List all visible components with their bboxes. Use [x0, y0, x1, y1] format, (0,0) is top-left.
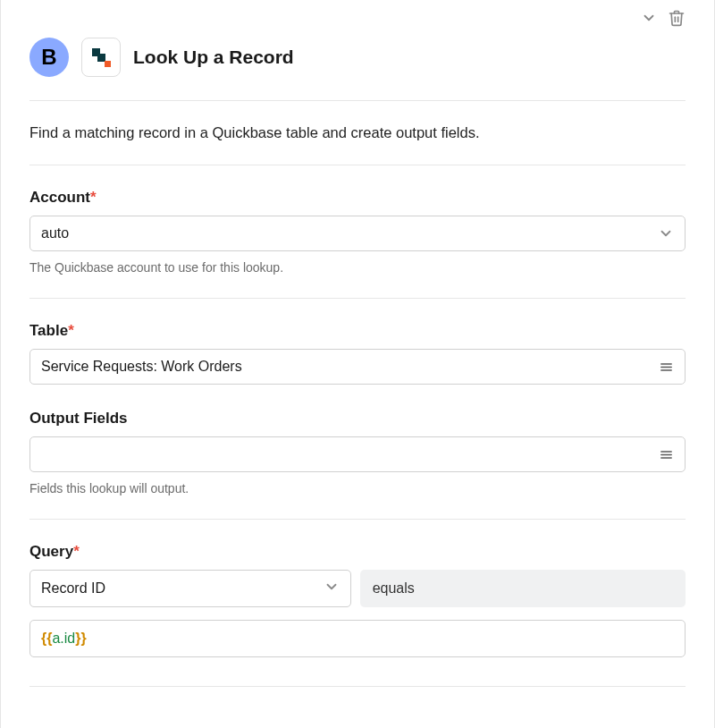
query-field-group: Query* Record ID equals {{a.id}}: [29, 520, 686, 666]
account-select-value: auto: [41, 225, 69, 241]
table-field-group: Table* Service Requests: Work Orders: [29, 299, 686, 394]
query-field-value: Record ID: [41, 580, 105, 597]
required-indicator: *: [90, 189, 97, 206]
required-indicator: *: [73, 543, 80, 560]
step-card: B Look Up a Record Find a matching recor…: [0, 0, 715, 728]
chevron-down-icon: [658, 225, 674, 241]
output-fields-help-text: Fields this lookup will output.: [29, 472, 686, 510]
token-variable: a.id: [52, 631, 75, 646]
quickbase-icon: [90, 47, 112, 68]
divider: [29, 686, 686, 687]
required-indicator: *: [68, 322, 74, 339]
card-top-actions: [29, 9, 686, 30]
menu-icon: [659, 360, 674, 375]
menu-icon: [659, 447, 674, 462]
query-value-input[interactable]: {{a.id}}: [29, 620, 686, 657]
trash-icon[interactable]: [668, 9, 686, 27]
query-field-select[interactable]: Record ID: [29, 570, 351, 607]
output-fields-label: Output Fields: [29, 394, 686, 436]
output-fields-select[interactable]: [29, 436, 686, 472]
table-select-value: Service Requests: Work Orders: [41, 359, 242, 375]
token-close-brace: }}: [75, 631, 86, 646]
output-fields-group: Output Fields Fields this lookup will ou…: [29, 394, 686, 519]
token-open-brace: {{: [41, 631, 52, 646]
query-condition-row: Record ID equals: [29, 570, 686, 620]
step-avatar: B: [29, 38, 69, 77]
query-operator-value: equals: [373, 580, 415, 597]
query-operator[interactable]: equals: [360, 570, 686, 607]
account-field-group: Account* auto The Quickbase account to u…: [29, 165, 686, 298]
card-header: B Look Up a Record: [29, 30, 686, 100]
account-label: Account*: [29, 165, 686, 216]
card-description: Find a matching record in a Quickbase ta…: [29, 101, 686, 165]
card-title: Look Up a Record: [133, 47, 294, 68]
table-label: Table*: [29, 299, 686, 349]
chevron-down-icon: [324, 579, 340, 598]
account-help-text: The Quickbase account to use for this lo…: [29, 251, 686, 289]
account-select[interactable]: auto: [29, 216, 686, 251]
connector-icon-chip: [81, 38, 121, 77]
query-label: Query*: [29, 520, 686, 570]
table-select[interactable]: Service Requests: Work Orders: [29, 349, 686, 385]
collapse-icon[interactable]: [641, 10, 657, 26]
avatar-letter: B: [41, 45, 56, 70]
